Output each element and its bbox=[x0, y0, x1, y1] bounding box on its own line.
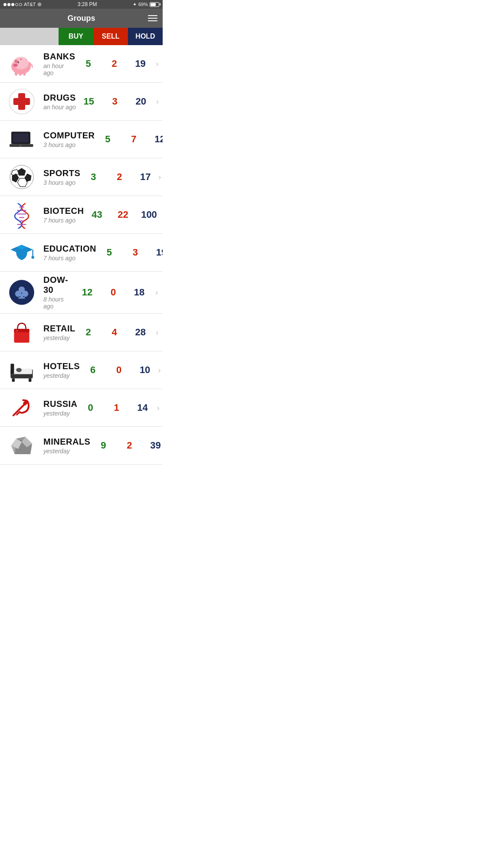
group-row-retail[interactable]: RETAIL yesterday 2 4 28 › bbox=[0, 314, 163, 351]
group-name-drugs: DRUGS bbox=[43, 93, 76, 103]
svg-rect-55 bbox=[12, 378, 15, 382]
buy-count-banks: 5 bbox=[75, 58, 102, 69]
nav-bar: Groups bbox=[0, 9, 163, 28]
group-row-sports[interactable]: SPORTS 3 hours ago 3 2 17 › bbox=[0, 158, 163, 196]
group-icon-sports bbox=[0, 162, 43, 192]
group-numbers-russia: 0 1 14 bbox=[78, 402, 156, 413]
group-row-education[interactable]: EDUCATION 7 hours ago 5 3 19 › bbox=[0, 234, 163, 272]
svg-rect-11 bbox=[19, 72, 22, 76]
svg-rect-12 bbox=[23, 72, 26, 76]
svg-point-22 bbox=[20, 144, 22, 147]
svg-point-8 bbox=[14, 65, 15, 66]
group-row-biotech[interactable]: BIOTECH 7 hours ago 43 22 100 › bbox=[0, 196, 163, 234]
chevron-icon-drugs: › bbox=[154, 97, 161, 106]
buy-count-sports: 3 bbox=[80, 171, 106, 183]
svg-rect-46 bbox=[18, 297, 25, 298]
group-row-drugs[interactable]: DRUGS an hour ago 15 3 20 › bbox=[0, 83, 163, 121]
group-time-dow30: 8 hours ago bbox=[43, 296, 74, 310]
bluetooth-icon: ✦ bbox=[133, 2, 137, 7]
group-icon-drugs bbox=[0, 86, 43, 117]
group-time-sports: 3 hours ago bbox=[43, 179, 80, 186]
sell-count-biotech: 22 bbox=[110, 209, 136, 220]
group-row-russia[interactable]: RUSSIA yesterday 0 1 14 › bbox=[0, 389, 163, 427]
group-row-dow30[interactable]: DOW-30 8 hours ago 12 0 18 › bbox=[0, 272, 163, 314]
dot1 bbox=[3, 3, 7, 6]
group-name-hotels: HOTELS bbox=[43, 361, 80, 371]
svg-point-7 bbox=[13, 63, 18, 67]
group-name-russia: RUSSIA bbox=[43, 399, 78, 409]
group-time-biotech: 7 hours ago bbox=[43, 217, 84, 224]
group-icon-computer bbox=[0, 124, 43, 154]
group-icon-dow30 bbox=[0, 277, 43, 308]
group-numbers-biotech: 43 22 100 bbox=[84, 209, 162, 220]
group-name-education: EDUCATION bbox=[43, 244, 96, 254]
svg-rect-56 bbox=[29, 378, 31, 382]
svg-point-6 bbox=[18, 62, 19, 63]
sell-count-dow30: 0 bbox=[100, 287, 126, 298]
buy-count-russia: 0 bbox=[78, 402, 104, 413]
chevron-icon-biotech: › bbox=[162, 210, 163, 219]
group-name-banks: BANKS bbox=[43, 52, 75, 62]
group-info-retail: RETAIL yesterday bbox=[43, 324, 75, 341]
buy-count-biotech: 43 bbox=[84, 209, 110, 220]
hold-count-computer: 12 bbox=[147, 134, 163, 145]
group-numbers-retail: 2 4 28 bbox=[75, 327, 154, 338]
group-row-computer[interactable]: COMPUTER 3 hours ago 5 7 12 › bbox=[0, 121, 163, 158]
group-info-dow30: DOW-30 8 hours ago bbox=[43, 275, 74, 310]
chevron-icon-sports: › bbox=[158, 173, 161, 182]
group-time-drugs: an hour ago bbox=[43, 104, 76, 111]
group-time-hotels: yesterday bbox=[43, 372, 80, 379]
chevron-icon-banks: › bbox=[154, 59, 161, 69]
group-row-minerals[interactable]: MINERALS yesterday 9 2 39 › bbox=[0, 427, 163, 465]
group-info-computer: COMPUTER 3 hours ago bbox=[43, 131, 95, 148]
svg-rect-19 bbox=[13, 133, 29, 142]
sell-count-computer: 7 bbox=[121, 134, 147, 145]
group-icon-russia bbox=[0, 393, 43, 423]
group-name-dow30: DOW-30 bbox=[43, 275, 74, 295]
chevron-icon-russia: › bbox=[156, 403, 161, 413]
chevron-icon-hotels: › bbox=[158, 366, 161, 375]
buy-count-computer: 5 bbox=[95, 134, 121, 145]
buy-count-retail: 2 bbox=[75, 327, 102, 338]
menu-button[interactable] bbox=[148, 15, 157, 21]
group-numbers-education: 5 3 19 bbox=[96, 247, 163, 258]
carrier-label: AT&T bbox=[24, 2, 36, 7]
chevron-icon-dow30: › bbox=[152, 288, 161, 297]
group-time-retail: yesterday bbox=[43, 334, 75, 341]
time-label: 3:28 PM bbox=[78, 1, 97, 7]
hold-count-minerals: 39 bbox=[142, 440, 163, 451]
groups-list: BANKS an hour ago 5 2 19 › DRUGS an hour… bbox=[0, 45, 163, 465]
hold-count-biotech: 100 bbox=[136, 209, 162, 220]
group-row-banks[interactable]: BANKS an hour ago 5 2 19 › bbox=[0, 45, 163, 83]
hold-count-drugs: 20 bbox=[128, 96, 154, 107]
svg-line-57 bbox=[13, 404, 25, 416]
hold-count-russia: 14 bbox=[130, 402, 156, 413]
chevron-icon-retail: › bbox=[154, 328, 161, 337]
group-icon-education bbox=[0, 237, 43, 268]
group-icon-retail bbox=[0, 317, 43, 347]
group-time-minerals: yesterday bbox=[43, 448, 90, 455]
svg-point-4 bbox=[15, 60, 17, 63]
group-time-russia: yesterday bbox=[43, 410, 78, 417]
dot4 bbox=[15, 3, 18, 6]
group-icon-hotels bbox=[0, 355, 43, 385]
sell-count-sports: 2 bbox=[106, 171, 132, 183]
svg-point-54 bbox=[16, 368, 22, 372]
nav-title: Groups bbox=[67, 14, 95, 23]
svg-rect-13 bbox=[20, 59, 22, 60]
svg-point-9 bbox=[16, 65, 16, 66]
group-info-banks: BANKS an hour ago bbox=[43, 52, 75, 76]
group-numbers-drugs: 15 3 20 bbox=[76, 96, 154, 107]
svg-point-39 bbox=[31, 256, 34, 259]
group-name-sports: SPORTS bbox=[43, 168, 80, 178]
sell-count-retail: 4 bbox=[102, 327, 128, 338]
group-numbers-minerals: 9 2 39 bbox=[90, 440, 163, 451]
sell-count-minerals: 2 bbox=[116, 440, 142, 451]
group-numbers-computer: 5 7 12 bbox=[95, 134, 163, 145]
sell-count-education: 3 bbox=[122, 247, 148, 258]
group-row-hotels[interactable]: HOTELS yesterday 6 0 10 › bbox=[0, 351, 163, 389]
group-info-drugs: DRUGS an hour ago bbox=[43, 93, 76, 111]
dot2 bbox=[7, 3, 10, 6]
group-time-education: 7 hours ago bbox=[43, 255, 96, 262]
battery-icon bbox=[150, 2, 159, 7]
